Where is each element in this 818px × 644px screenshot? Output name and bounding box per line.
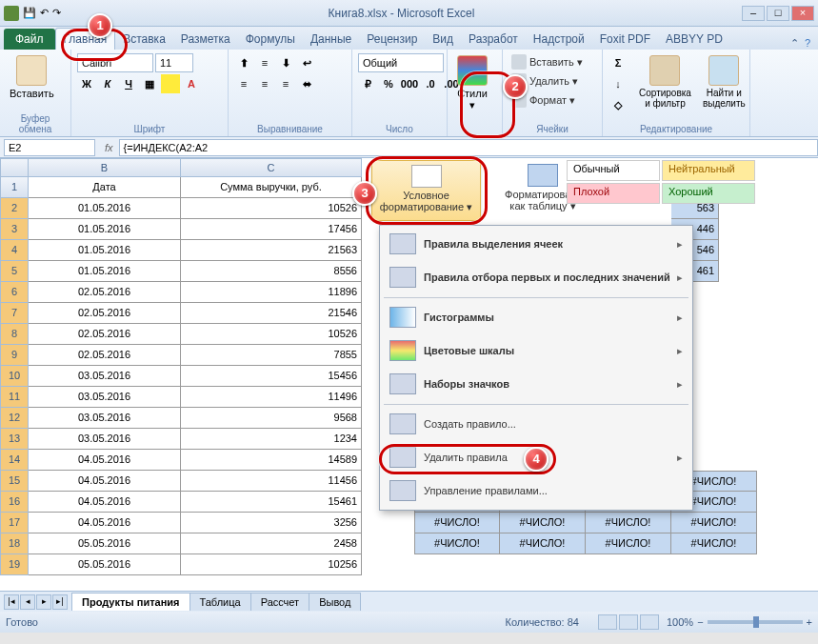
select-all-corner[interactable]: [0, 158, 29, 177]
tab-home[interactable]: Главная: [55, 28, 116, 50]
tab-view[interactable]: Вид: [425, 29, 461, 50]
fill-button[interactable]: ↓: [609, 74, 628, 93]
cell-date[interactable]: 01.05.2016: [29, 261, 181, 282]
merge-button[interactable]: ⬌: [297, 74, 316, 93]
row-header[interactable]: 5: [0, 261, 29, 282]
cf-new-rule[interactable]: Создать правило...: [382, 408, 690, 441]
cf-top-bottom-rules[interactable]: Правила отбора первых и последних значен…: [382, 261, 690, 294]
row-header[interactable]: 11: [0, 387, 29, 408]
cell-sum[interactable]: 21546: [181, 303, 362, 324]
row-header[interactable]: 4: [0, 240, 29, 261]
align-bottom-button[interactable]: ⬇: [276, 53, 295, 72]
cell-sum[interactable]: 15456: [181, 366, 362, 387]
cell-sum[interactable]: 10526: [181, 324, 362, 345]
bold-button[interactable]: Ж: [77, 74, 96, 93]
number-format-combo[interactable]: Общий: [358, 53, 444, 72]
cell-date[interactable]: 05.05.2016: [29, 554, 181, 575]
cell-sum[interactable]: 11896: [181, 282, 362, 303]
style-bad[interactable]: Плохой: [567, 183, 660, 204]
cell-date[interactable]: 03.05.2016: [29, 387, 181, 408]
cell-date[interactable]: 01.05.2016: [29, 219, 181, 240]
row-header[interactable]: 19: [0, 554, 29, 575]
align-right-button[interactable]: ≡: [276, 74, 295, 93]
zoom-slider[interactable]: [708, 620, 803, 624]
clear-button[interactable]: ◇: [609, 95, 628, 114]
cell-date[interactable]: 02.05.2016: [29, 324, 181, 345]
tab-data[interactable]: Данные: [303, 29, 359, 50]
cell-sum[interactable]: 3256: [181, 513, 362, 533]
sheet-tab-4[interactable]: Вывод: [309, 593, 361, 611]
cell-sum[interactable]: 14589: [181, 450, 362, 471]
error-cell[interactable]: #ЧИСЛО!: [671, 533, 757, 554]
undo-icon[interactable]: ↶: [40, 7, 49, 19]
cell-date[interactable]: 05.05.2016: [29, 533, 181, 554]
paste-button[interactable]: Вставить: [6, 53, 58, 101]
minimize-ribbon-icon[interactable]: ⌃: [790, 37, 799, 50]
cell-date[interactable]: 04.05.2016: [29, 450, 181, 471]
error-cell[interactable]: #ЧИСЛО!: [500, 513, 586, 533]
error-cell[interactable]: #ЧИСЛО!: [586, 513, 671, 533]
style-neutral[interactable]: Нейтральный: [662, 160, 755, 181]
row-header[interactable]: 6: [0, 282, 29, 303]
save-icon[interactable]: 💾: [23, 7, 36, 19]
cell-date[interactable]: 04.05.2016: [29, 513, 181, 533]
style-good[interactable]: Хороший: [662, 183, 755, 204]
row-header[interactable]: 13: [0, 429, 29, 450]
header-sum[interactable]: Сумма выручки, руб.: [181, 177, 362, 198]
tab-foxit[interactable]: Foxit PDF: [592, 29, 658, 50]
close-button[interactable]: ×: [791, 6, 814, 21]
tab-formulas[interactable]: Формулы: [238, 29, 303, 50]
align-center-button[interactable]: ≡: [255, 74, 274, 93]
cf-manage-rules[interactable]: Управление правилами...: [382, 474, 690, 508]
cell-date[interactable]: 01.05.2016: [29, 240, 181, 261]
cf-data-bars[interactable]: Гистограммы▸: [382, 301, 690, 334]
autosum-button[interactable]: Σ: [609, 53, 628, 72]
styles-button[interactable]: Стили ▾: [453, 53, 491, 113]
align-middle-button[interactable]: ≡: [255, 53, 274, 72]
sheet-tab-3[interactable]: Рассчет: [250, 593, 310, 611]
sheet-tab-1[interactable]: Продукты питания: [71, 593, 190, 611]
sheet-nav-last[interactable]: ▸|: [52, 594, 68, 610]
border-button[interactable]: ▦: [140, 74, 159, 93]
formula-input[interactable]: {=ИНДЕКС(A2:A2: [119, 139, 818, 156]
cell-date[interactable]: 03.05.2016: [29, 429, 181, 450]
row-header[interactable]: 16: [0, 492, 29, 513]
error-cell[interactable]: #ЧИСЛО!: [414, 533, 500, 554]
cell-sum[interactable]: 10256: [181, 554, 362, 575]
tab-layout[interactable]: Разметка: [173, 29, 238, 50]
cell-sum[interactable]: 11456: [181, 471, 362, 492]
italic-button[interactable]: К: [98, 74, 117, 93]
redo-icon[interactable]: ↷: [52, 7, 61, 19]
style-normal[interactable]: Обычный: [567, 160, 660, 181]
row-header[interactable]: 1: [0, 177, 29, 198]
help-icon[interactable]: ?: [805, 37, 810, 50]
cf-icon-sets[interactable]: Наборы значков▸: [382, 368, 690, 401]
maximize-button[interactable]: □: [767, 6, 789, 21]
minimize-button[interactable]: –: [742, 6, 765, 21]
row-header[interactable]: 3: [0, 219, 29, 240]
error-cell[interactable]: #ЧИСЛО!: [414, 513, 500, 533]
header-date[interactable]: Дата: [29, 177, 181, 198]
fx-icon[interactable]: fx: [99, 142, 119, 153]
sheet-nav-prev[interactable]: ◂: [20, 594, 35, 610]
delete-cells-button[interactable]: Удалить ▾: [509, 72, 586, 90]
view-page-break-button[interactable]: [640, 614, 659, 630]
insert-cells-button[interactable]: Вставить ▾: [509, 53, 586, 70]
sheet-nav-first[interactable]: |◂: [4, 594, 19, 610]
cell-date[interactable]: 04.05.2016: [29, 471, 181, 492]
sheet-tab-2[interactable]: Таблица: [190, 593, 251, 611]
font-size-combo[interactable]: 11: [155, 53, 193, 72]
underline-button[interactable]: Ч: [119, 74, 138, 93]
cell-sum[interactable]: 9568: [181, 408, 362, 429]
fill-color-button[interactable]: [161, 74, 180, 93]
align-left-button[interactable]: ≡: [234, 74, 253, 93]
cell-date[interactable]: 02.05.2016: [29, 282, 181, 303]
cell-sum[interactable]: 10526: [181, 198, 362, 219]
error-cell[interactable]: #ЧИСЛО!: [586, 533, 671, 554]
name-box[interactable]: E2: [4, 139, 95, 156]
cell-date[interactable]: 02.05.2016: [29, 303, 181, 324]
cf-highlight-rules[interactable]: Правила выделения ячеек▸: [382, 228, 690, 261]
row-header[interactable]: 17: [0, 513, 29, 533]
row-header[interactable]: 9: [0, 345, 29, 366]
cf-color-scales[interactable]: Цветовые шкалы▸: [382, 334, 690, 368]
